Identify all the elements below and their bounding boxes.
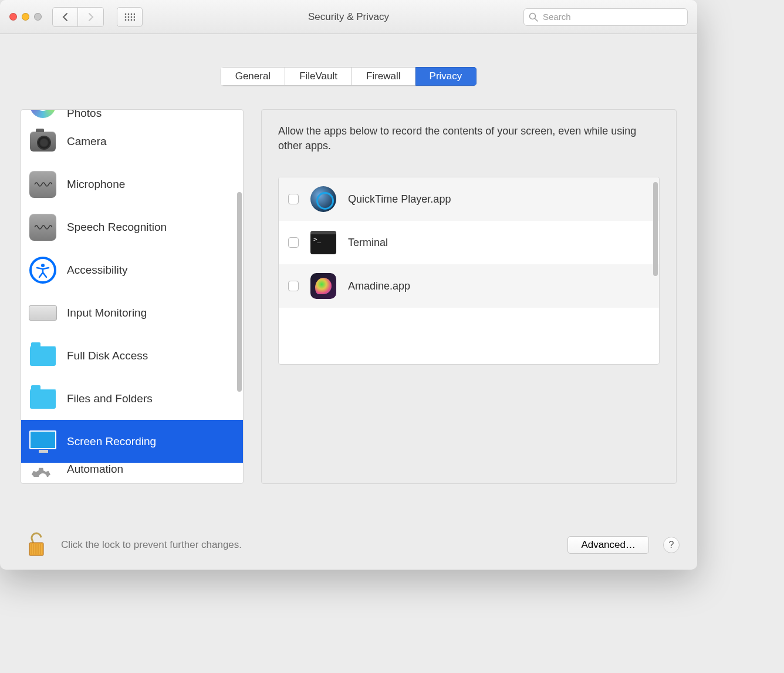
svg-point-14 <box>41 264 45 267</box>
svg-point-8 <box>125 19 127 21</box>
lock-text: Click the lock to prevent further change… <box>61 539 242 551</box>
app-row: Terminal <box>279 221 659 264</box>
advanced-button[interactable]: Advanced… <box>567 536 649 554</box>
amadine-icon <box>310 273 336 299</box>
app-label: QuickTime Player.app <box>348 193 451 206</box>
gear-icon <box>31 465 55 477</box>
preferences-window: Security & Privacy General FileVault Fir… <box>0 0 697 570</box>
app-label: Terminal <box>348 237 388 249</box>
app-list-scrollbar[interactable] <box>653 182 658 276</box>
accessibility-icon <box>29 257 56 284</box>
privacy-category-sidebar: Photos Camera Microphone Speech Recognit… <box>21 109 244 484</box>
chevron-right-icon <box>87 12 94 22</box>
sidebar-item-microphone[interactable]: Microphone <box>21 163 243 206</box>
sidebar-item-label: Photos <box>67 109 102 120</box>
app-row: Amadine.app <box>279 264 659 308</box>
app-list: QuickTime Player.app Terminal Amadine.ap… <box>278 177 660 365</box>
app-checkbox[interactable] <box>288 281 299 291</box>
svg-point-0 <box>125 13 127 15</box>
nav-buttons <box>52 7 104 27</box>
sidebar-item-label: Accessibility <box>67 264 127 277</box>
help-button[interactable]: ? <box>663 537 680 553</box>
app-row: QuickTime Player.app <box>279 177 659 221</box>
titlebar: Security & Privacy <box>0 0 697 34</box>
tab-privacy[interactable]: Privacy <box>415 67 477 86</box>
terminal-icon <box>310 231 336 254</box>
traffic-lights <box>9 13 42 21</box>
sidebar-item-label: Automation <box>67 463 123 476</box>
detail-panel: Allow the apps below to record the conte… <box>261 109 677 484</box>
camera-icon <box>30 132 56 152</box>
svg-line-13 <box>535 18 538 21</box>
search-input[interactable] <box>523 8 688 26</box>
tab-filevault[interactable]: FileVault <box>285 67 352 86</box>
svg-point-2 <box>131 13 133 15</box>
sidebar-item-label: Files and Folders <box>67 392 153 405</box>
lock-icon[interactable] <box>26 532 47 558</box>
zoom-button <box>34 13 42 21</box>
sidebar-item-label: Input Monitoring <box>67 307 147 319</box>
sidebar-item-photos[interactable]: Photos <box>21 109 243 120</box>
photos-icon <box>30 109 56 118</box>
grid-icon <box>124 13 135 21</box>
search-wrap <box>523 8 688 26</box>
sidebar-item-label: Camera <box>67 135 107 148</box>
quicktime-icon <box>310 186 336 212</box>
svg-point-9 <box>128 19 130 21</box>
microphone-icon <box>29 171 56 198</box>
search-icon <box>529 12 538 22</box>
svg-point-10 <box>131 19 133 21</box>
sidebar-item-label: Full Disk Access <box>67 349 148 362</box>
forward-button[interactable] <box>78 7 104 27</box>
tab-general[interactable]: General <box>221 67 285 86</box>
speech-icon <box>29 214 56 241</box>
chevron-left-icon <box>62 12 69 22</box>
svg-point-6 <box>131 16 133 18</box>
sidebar-scrollbar[interactable] <box>237 192 242 392</box>
svg-point-1 <box>128 13 130 15</box>
svg-point-5 <box>128 16 130 18</box>
app-checkbox[interactable] <box>288 237 299 248</box>
svg-point-11 <box>134 19 135 21</box>
sidebar-item-files-folders[interactable]: Files and Folders <box>21 377 243 420</box>
back-button[interactable] <box>52 7 78 27</box>
sidebar-item-full-disk[interactable]: Full Disk Access <box>21 334 243 377</box>
folder-icon <box>30 346 56 366</box>
close-button[interactable] <box>9 13 17 21</box>
folder-icon <box>30 389 56 409</box>
tab-firewall[interactable]: Firewall <box>352 67 415 86</box>
app-label: Amadine.app <box>348 280 410 292</box>
sidebar-item-input-monitoring[interactable]: Input Monitoring <box>21 291 243 334</box>
detail-description: Allow the apps below to record the conte… <box>278 124 660 153</box>
minimize-button[interactable] <box>22 13 29 21</box>
sidebar-item-label: Speech Recognition <box>67 221 167 234</box>
show-all-button[interactable] <box>117 7 143 27</box>
content-area: Photos Camera Microphone Speech Recognit… <box>21 109 677 484</box>
sidebar-item-label: Screen Recording <box>67 435 156 448</box>
sidebar-item-accessibility[interactable]: Accessibility <box>21 248 243 291</box>
sidebar-item-label: Microphone <box>67 178 125 191</box>
sidebar-item-speech[interactable]: Speech Recognition <box>21 206 243 248</box>
sidebar-item-automation[interactable]: Automation <box>21 463 243 477</box>
app-checkbox[interactable] <box>288 194 299 204</box>
screen-icon <box>29 430 56 449</box>
keyboard-icon <box>29 305 57 321</box>
svg-point-3 <box>134 13 135 15</box>
sidebar-item-camera[interactable]: Camera <box>21 120 243 163</box>
sidebar-item-screen-recording[interactable]: Screen Recording <box>21 420 243 463</box>
svg-point-4 <box>125 16 127 18</box>
footer: Click the lock to prevent further change… <box>0 523 697 570</box>
svg-point-7 <box>134 16 135 18</box>
tab-bar: General FileVault Firewall Privacy <box>0 34 697 86</box>
